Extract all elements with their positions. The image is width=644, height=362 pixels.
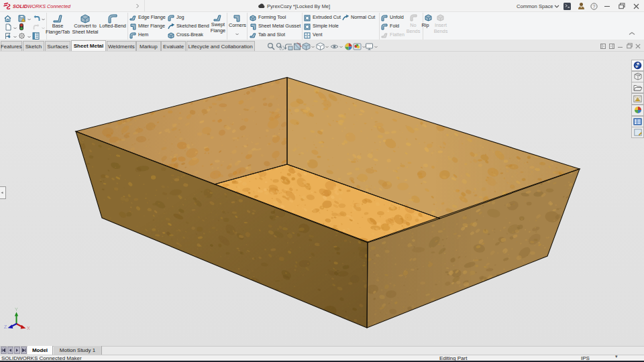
- svg-text:Z: Z: [4, 324, 7, 329]
- svg-text:X: X: [27, 326, 30, 330]
- svg-text:?: ?: [593, 4, 596, 9]
- svg-text:Y: Y: [15, 307, 18, 312]
